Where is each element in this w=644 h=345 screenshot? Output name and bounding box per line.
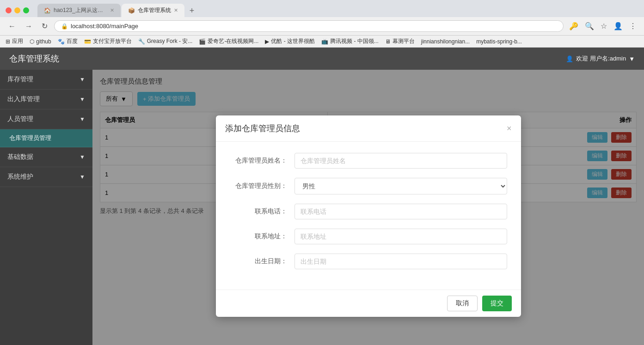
modal-header: 添加仓库管理员信息 ×: [216, 115, 521, 142]
traffic-lights: [6, 7, 29, 13]
tab-warehouse[interactable]: 📦 仓库管理系统 ✕: [122, 4, 184, 17]
label-manager-gender: 仓库管理员性别：: [230, 182, 294, 190]
input-manager-dob[interactable]: [294, 254, 507, 269]
bookmark-alipay[interactable]: 💳 支付宝开放平台: [84, 37, 132, 45]
sidebar-inout-label: 出入库管理: [7, 95, 40, 103]
sidebar: 库存管理 ▼ 出入库管理 ▼ 人员管理 ▼ 仓库管理员管理 基础数据 ▼ 系统维…: [0, 70, 92, 345]
tabs-bar: 🏠 hao123_上网从这里开始 ✕ 📦 仓库管理系统 ✕ +: [37, 4, 198, 17]
modal-footer: 取消 提交: [216, 290, 521, 317]
minimize-window-button[interactable]: [14, 7, 20, 13]
modal-title: 添加仓库管理员信息: [225, 123, 300, 134]
user-icon: 👤: [566, 55, 573, 62]
label-manager-address: 联系地址：: [230, 232, 294, 241]
youku-icon: ▶: [265, 38, 269, 45]
modal-body: 仓库管理员姓名： 仓库管理员性别： 男性 女性 联系电话：: [216, 142, 521, 290]
chevron-down-icon: ▼: [80, 154, 85, 160]
bookmark-mybatis[interactable]: mybatis-spring-b...: [476, 38, 522, 45]
bookmarks-bar: ⊞ 应用 ⬡ github 🐾 百度 💳 支付宝开放平台 🔧 Greasy Fo…: [0, 36, 644, 48]
alipay-icon: 💳: [84, 38, 91, 45]
app-title: 仓库管理系统: [9, 53, 59, 64]
bookmark-apps[interactable]: ⊞ 应用: [6, 37, 23, 45]
maximize-window-button[interactable]: [23, 7, 29, 13]
key-icon[interactable]: 🔑: [567, 20, 580, 32]
tab-close-icon[interactable]: ✕: [174, 7, 178, 13]
mutest-icon: 🖥: [385, 38, 391, 45]
lock-icon: 🔒: [61, 23, 68, 30]
more-icon[interactable]: ⋮: [627, 20, 638, 32]
sidebar-warehouse-manager-label: 仓库管理员管理: [9, 134, 51, 141]
app-header: 仓库管理系统 👤 欢迎 用户名:admin ▼: [0, 48, 644, 70]
form-group-gender: 仓库管理员性别： 男性 女性: [230, 178, 507, 194]
bookmark-jinnian[interactable]: jinnianshilongnian...: [421, 38, 470, 45]
submit-button[interactable]: 提交: [482, 296, 512, 311]
forward-button[interactable]: →: [22, 21, 35, 31]
greasyfork-icon: 🔧: [138, 38, 145, 45]
bookmark-mutest[interactable]: 🖥 幕测平台: [385, 37, 415, 45]
iqiyi-icon: 🎬: [199, 38, 206, 45]
bookmark-github[interactable]: ⬡ github: [30, 38, 51, 45]
bookmark-tencent[interactable]: 📺 腾讯视频 - 中国领...: [321, 37, 379, 45]
apps-icon: ⊞: [6, 38, 10, 45]
sidebar-maintenance-label: 系统维护: [7, 173, 33, 181]
form-group-name: 仓库管理员姓名：: [230, 153, 507, 169]
user-info: 👤 欢迎 用户名:admin ▼: [566, 54, 635, 63]
sidebar-personnel-label: 人员管理: [7, 115, 33, 123]
bookmark-youku[interactable]: ▶ 优酷 - 这世界很酷: [265, 37, 315, 45]
tab-favicon: 🏠: [44, 7, 51, 14]
sidebar-item-maintenance[interactable]: 系统维护 ▼: [0, 167, 92, 187]
browser-toolbar: ← → ↻ 🔒 localhost:8080/mainPage 🔑 🔍 ☆ 👤 …: [0, 17, 644, 36]
sidebar-item-inventory[interactable]: 库存管理 ▼: [0, 70, 92, 90]
sidebar-inventory-label: 库存管理: [7, 75, 33, 84]
input-manager-address[interactable]: [294, 229, 507, 244]
modal-close-button[interactable]: ×: [507, 124, 512, 133]
star-icon[interactable]: ☆: [599, 20, 609, 32]
chevron-down-icon: ▼: [80, 76, 85, 83]
user-greeting: 欢迎 用户名:admin: [576, 54, 626, 63]
bookmark-iqiyi[interactable]: 🎬 爱奇艺-在线视频网...: [199, 37, 258, 45]
chevron-down-icon: ▼: [80, 174, 85, 180]
sidebar-item-basic[interactable]: 基础数据 ▼: [0, 147, 92, 167]
toolbar-actions: 🔑 🔍 ☆ 👤 ⋮: [567, 20, 638, 32]
sidebar-item-warehouse-manager[interactable]: 仓库管理员管理: [0, 129, 92, 147]
address-text: localhost:8080/mainPage: [71, 23, 138, 30]
label-manager-name: 仓库管理员姓名：: [230, 157, 294, 165]
tab-favicon: 📦: [128, 7, 135, 14]
chevron-down-icon: ▼: [80, 96, 85, 103]
tab-close-icon[interactable]: ✕: [110, 7, 114, 13]
label-manager-phone: 联系电话：: [230, 207, 294, 216]
baidu-icon: 🐾: [58, 38, 65, 45]
add-manager-modal: 添加仓库管理员信息 × 仓库管理员姓名： 仓库管理员性别： 男性 女性: [216, 115, 521, 317]
form-group-dob: 出生日期：: [230, 254, 507, 269]
tab-label: 仓库管理系统: [138, 6, 171, 14]
sidebar-item-inout[interactable]: 出入库管理 ▼: [0, 90, 92, 109]
input-manager-name[interactable]: [294, 153, 507, 169]
zoom-icon[interactable]: 🔍: [583, 20, 596, 32]
form-group-address: 联系地址：: [230, 229, 507, 244]
modal-overlay: 添加仓库管理员信息 × 仓库管理员姓名： 仓库管理员性别： 男性 女性: [92, 70, 644, 345]
bookmark-baidu[interactable]: 🐾 百度: [58, 37, 78, 45]
new-tab-button[interactable]: +: [185, 4, 198, 17]
tencent-icon: 📺: [321, 38, 328, 45]
main-content: 仓库管理员信息管理 所有 ▼ + 添加仓库管理员 仓库管理员 操作 1: [92, 70, 644, 345]
chevron-down-icon: ▼: [80, 116, 85, 122]
select-manager-gender[interactable]: 男性 女性: [294, 178, 507, 194]
tab-hao123[interactable]: 🏠 hao123_上网从这里开始 ✕: [37, 4, 121, 17]
sidebar-item-personnel[interactable]: 人员管理 ▼: [0, 109, 92, 129]
bookmark-greasyfork[interactable]: 🔧 Greasy Fork - 安...: [138, 37, 193, 45]
back-button[interactable]: ←: [6, 21, 18, 31]
sidebar-basic-label: 基础数据: [7, 153, 33, 161]
close-window-button[interactable]: [6, 7, 12, 13]
github-icon: ⬡: [30, 38, 34, 45]
form-group-phone: 联系电话：: [230, 204, 507, 219]
input-manager-phone[interactable]: [294, 204, 507, 219]
address-bar[interactable]: 🔒 localhost:8080/mainPage: [54, 20, 564, 32]
profile-icon[interactable]: 👤: [612, 20, 625, 32]
app-body: 库存管理 ▼ 出入库管理 ▼ 人员管理 ▼ 仓库管理员管理 基础数据 ▼ 系统维…: [0, 70, 644, 345]
tab-label: hao123_上网从这里开始: [54, 6, 107, 14]
cancel-button[interactable]: 取消: [447, 296, 478, 311]
user-dropdown-icon[interactable]: ▼: [629, 55, 635, 62]
reload-button[interactable]: ↻: [39, 21, 50, 31]
label-manager-dob: 出生日期：: [230, 257, 294, 266]
